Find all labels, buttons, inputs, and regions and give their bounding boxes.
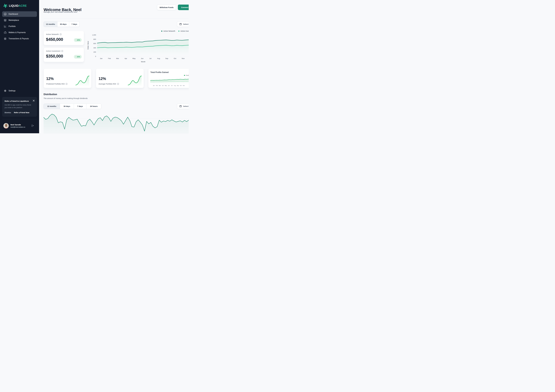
user-profile: Neel Sarode neel@interstellarx.io <box>3 123 37 128</box>
liquidacre-logo-icon <box>3 3 8 8</box>
info-icon[interactable] <box>60 33 62 35</box>
connect-wallet-button[interactable]: Connect Wallet <box>178 5 189 10</box>
distribution-title: Distribution <box>44 93 57 96</box>
legend-item-investment: Active Investment <box>178 30 189 32</box>
sidebar: LIQUIDACRE Dashboard Marketplace Portfol… <box>0 0 39 133</box>
sidebar-item-label: Marketplace <box>8 19 19 21</box>
sidebar-item-wallets[interactable]: Wallets & Payments <box>2 30 37 35</box>
roi-sparkline-chart <box>128 74 142 86</box>
total-profits-chart <box>150 77 189 84</box>
stat-change-badge: ↑25% <box>74 55 82 59</box>
user-name: Neel Sarode <box>10 124 25 126</box>
brand-name: LIQUIDACRE <box>9 4 27 7</box>
settings-label: Settings <box>8 90 15 92</box>
line-chart-icon <box>4 25 7 28</box>
stat-value: $350,000 <box>46 54 63 59</box>
brand-logo: LIQUIDACRE <box>3 3 27 8</box>
refer-friend-card: Refer a Friend to LiquidAcre Get $50 in-… <box>2 97 37 117</box>
total-profits-card: Total Profits Gained Profit JanFebMarApr… <box>148 68 189 88</box>
y-axis-title: Dollar Value <box>87 38 89 52</box>
arrow-up-icon: ↑ <box>75 39 76 41</box>
distribution-chart <box>44 112 189 133</box>
profits-legend: Profit <box>184 75 189 76</box>
page-subtitle: Manage your real estate investments here <box>44 11 77 13</box>
sidebar-item-label: Dashboard <box>8 13 18 15</box>
range-tab-bar: 12 months 30 days 7 days <box>44 22 80 27</box>
tab-30-days[interactable]: 30 days <box>57 22 69 27</box>
tab-dist-30-days[interactable]: 30 days <box>60 104 74 109</box>
sidebar-item-marketplace[interactable]: Marketplace <box>2 17 37 23</box>
stat-change-badge: ↑20% <box>74 38 82 42</box>
sidebar-item-label: Wallets & Payments <box>8 31 26 34</box>
avatar <box>3 123 9 128</box>
calendar-icon <box>179 23 182 25</box>
storefront-icon <box>4 19 7 22</box>
tab-dist-24-hours[interactable]: 24 hours <box>86 104 101 109</box>
distribution-subtitle: The amount of money you’re making throug… <box>44 97 88 99</box>
legend-item-networth: Active Networth <box>161 30 175 32</box>
stat-value: $450,000 <box>46 37 63 42</box>
legend-dot <box>178 30 179 32</box>
sidebar-nav: Dashboard Marketplace Portfolio Wallet <box>0 11 39 42</box>
tab-12-months[interactable]: 12 months <box>44 22 57 27</box>
chart-legend: Active Networth Active Investment <box>161 30 189 32</box>
dismiss-button[interactable]: Dismiss <box>5 112 11 113</box>
refer-friend-now-button[interactable]: Refer a Friend Now <box>14 112 29 113</box>
close-icon[interactable] <box>32 99 35 102</box>
logout-icon[interactable] <box>31 124 34 127</box>
sidebar-item-label: Portfolio <box>8 25 16 28</box>
roi-sparkline-chart <box>75 74 90 86</box>
tab-dist-12-months[interactable]: 12 months <box>44 104 60 109</box>
legend-dot <box>161 30 162 32</box>
roi-value: 12% <box>46 77 54 81</box>
profits-card-title: Total Profits Gained <box>150 71 168 74</box>
select-dates-button[interactable]: Select <box>177 22 189 27</box>
calendar-icon <box>179 105 182 108</box>
networth-investment-chart <box>97 35 189 56</box>
stat-label: Active Networth <box>46 33 59 35</box>
bank-icon <box>4 37 7 40</box>
gear-icon <box>4 89 7 92</box>
select-label: Select <box>183 23 189 25</box>
info-icon[interactable] <box>61 50 63 52</box>
refer-card-title: Refer a Friend to LiquidAcre <box>5 100 32 102</box>
wallet-icon <box>4 31 7 34</box>
active-investment-card: Active Investment $350,000 ↑25% <box>44 48 84 62</box>
sidebar-item-dashboard[interactable]: Dashboard <box>2 11 37 17</box>
user-email: neel@interstellarx.io <box>10 126 25 128</box>
active-networth-card: Active Networth $450,000 ↑20% <box>44 31 84 45</box>
legend-dot <box>184 75 185 76</box>
roi-label: Average Portfolio ROI <box>99 83 116 85</box>
average-roi-card: 12% Average Portfolio ROI <box>96 68 144 88</box>
stat-label: Active Investment <box>46 50 60 52</box>
distribution-tab-bar: 12 months 30 days 7 days 24 hours <box>44 104 101 109</box>
tab-dist-7-days[interactable]: 7 days <box>74 104 86 109</box>
sidebar-item-label: Transactions & Payouts <box>8 37 29 40</box>
roi-label: Predicted Portfolio ROI <box>46 83 65 85</box>
sidebar-item-settings[interactable]: Settings <box>2 88 17 93</box>
select-label: Select <box>183 105 189 107</box>
roi-value: 12% <box>99 77 106 81</box>
arrow-up-icon: ↑ <box>75 56 76 58</box>
x-axis-title: Month <box>139 61 148 63</box>
predicted-roi-card: 12% Predicted Portfolio ROI <box>44 68 91 88</box>
refer-card-body: Get $50 in-app credit for every friend y… <box>5 104 32 109</box>
tab-7-days[interactable]: 7 days <box>69 22 80 27</box>
select-dates-button-distribution[interactable]: Select <box>177 104 189 109</box>
sidebar-item-transactions[interactable]: Transactions & Payouts <box>2 36 37 41</box>
dashboard-icon <box>4 13 7 15</box>
withdraw-funds-button[interactable]: Withdraw Funds <box>157 5 176 10</box>
info-icon[interactable] <box>117 83 119 85</box>
info-icon[interactable] <box>66 83 67 85</box>
main-content: Welcome Back, Neel Manage your real esta… <box>39 0 189 133</box>
sidebar-item-portfolio[interactable]: Portfolio <box>2 24 37 29</box>
